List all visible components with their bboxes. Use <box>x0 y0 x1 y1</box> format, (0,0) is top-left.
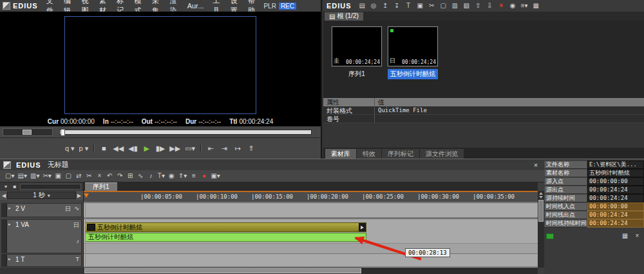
timeline-ruler[interactable]: |00:00:05:00|00:00:10:00|00:00:15:00|00:… <box>84 191 538 202</box>
paste-icon[interactable]: ▢ <box>64 171 73 181</box>
view-mode-icon[interactable]: ≡▾ <box>520 1 529 10</box>
position-handle[interactable] <box>61 129 65 136</box>
save-project-icon[interactable]: ▥▾ <box>29 171 41 181</box>
capture-icon[interactable]: ↥ <box>381 1 390 10</box>
redo-icon[interactable]: ↷ <box>115 171 125 181</box>
track-header-1va[interactable]: ▸ 1 VA 日 ♪ <box>1 219 82 253</box>
clip-thumbnail[interactable]: 日 00:00:24;24 <box>388 26 438 66</box>
sync-mode-icon[interactable]: ∿ <box>136 171 146 181</box>
track-header-1t[interactable]: ▸ 1 T T <box>1 254 82 267</box>
delete-icon[interactable]: × <box>497 1 506 10</box>
player-icon[interactable]: ▣ <box>415 1 425 10</box>
undo-icon[interactable]: ↶ <box>105 171 115 181</box>
title-tool-icon[interactable]: T <box>404 1 413 10</box>
delete-icon[interactable]: × <box>95 171 104 181</box>
bin-tab[interactable]: 源文件浏览 <box>420 149 464 159</box>
zoom-out-icon[interactable]: ◀ <box>2 193 6 199</box>
export-icon[interactable]: ⇑▾ <box>177 171 188 181</box>
va-audio-lane[interactable] <box>84 243 538 253</box>
scroll-down-icon[interactable] <box>539 196 543 199</box>
clip-out-handle[interactable] <box>359 223 366 231</box>
vertical-scrollbar-thumb[interactable] <box>538 200 544 222</box>
prev-frame-icon[interactable]: ◀▮ <box>127 142 139 154</box>
play-icon[interactable]: ▶ <box>141 142 153 154</box>
track-expand-icon[interactable]: ▸ <box>8 206 11 211</box>
timeline-clip-audio[interactable]: 五秒倒计时酷炫 <box>85 233 366 242</box>
dock-icon[interactable]: ▦ <box>620 231 630 240</box>
vertical-scrollbar[interactable] <box>538 191 544 268</box>
track-video-icon[interactable]: 日 <box>73 221 79 230</box>
goto-out-icon[interactable]: ⇥ <box>218 142 230 154</box>
track-expand-icon[interactable]: ▸ <box>8 222 11 227</box>
cut-icon[interactable]: ✂ <box>427 1 437 10</box>
close-icon[interactable]: × <box>531 161 541 169</box>
ripple-cut-icon[interactable]: ✂ <box>84 171 94 181</box>
timeline-clip-video[interactable]: 五秒倒计时酷炫 <box>85 222 366 232</box>
track-audio-icon[interactable]: ♪ <box>77 238 80 244</box>
stop-icon[interactable]: ■ <box>98 142 109 154</box>
timescale-select[interactable]: 1 秒 ▾ <box>7 191 76 199</box>
menu-item[interactable]: Aur... <box>183 2 209 10</box>
zoom-in-icon[interactable]: ▶ <box>77 193 81 199</box>
jog-slider-handle[interactable] <box>23 130 32 135</box>
search-icon[interactable]: ◎ <box>369 1 379 10</box>
plr-button[interactable]: PLR <box>261 3 278 10</box>
layout-icon[interactable]: ▣▾ <box>209 171 221 181</box>
batch-capture-icon[interactable]: ↧ <box>392 1 402 10</box>
paste-icon[interactable]: ▥ <box>450 1 460 10</box>
collapse-tracks-icon[interactable]: ▾ <box>2 183 10 190</box>
bin-tab[interactable]: 序列标记 <box>382 149 419 159</box>
copy-icon[interactable]: ▣ <box>53 171 63 181</box>
copy-icon[interactable]: ▢ <box>439 1 448 10</box>
jog-icon[interactable]: q ▾ <box>64 142 76 154</box>
replace-icon[interactable]: ⇄ <box>74 171 84 181</box>
track-video-icon[interactable]: T <box>76 256 80 262</box>
video-lane-2v[interactable] <box>84 203 538 217</box>
cut-icon[interactable]: ✂▾ <box>41 171 52 181</box>
close-icon[interactable]: × <box>632 231 642 240</box>
track-header-2v[interactable]: ▸ 2 V 日 ∿ <box>1 203 82 217</box>
open-project-icon[interactable]: ▤▾ <box>16 171 28 181</box>
bin-tab[interactable]: 特效 <box>357 149 381 159</box>
display-mode-icon[interactable]: ▭▾ <box>184 142 196 154</box>
playhead-line[interactable] <box>85 202 86 268</box>
next-frame-icon[interactable]: ▮▶ <box>155 142 167 154</box>
title-icon[interactable]: T▾ <box>156 171 166 181</box>
match-frame-icon[interactable]: ⊞ <box>126 171 135 181</box>
sequence-tab[interactable]: 序列1 <box>85 182 117 191</box>
playhead-marker[interactable] <box>84 193 89 198</box>
layout-icon[interactable]: ▦ <box>531 1 541 10</box>
track-audio-icon[interactable]: ∿ <box>74 205 79 211</box>
export-icon[interactable]: ⇩ <box>485 1 495 10</box>
goto-in-icon[interactable]: ⇤ <box>205 142 216 154</box>
duplicate-icon[interactable]: ▧ <box>462 1 471 10</box>
mixer-icon[interactable]: ≡ <box>189 171 198 181</box>
new-sequence-icon[interactable]: ▢▾ <box>4 171 15 181</box>
volume-icon[interactable]: ♪ <box>146 171 156 181</box>
shuttle-icon[interactable]: p ▾ <box>78 142 90 154</box>
track-patch-strip[interactable] <box>2 220 7 253</box>
track-patch-strip[interactable] <box>2 204 7 217</box>
rec-button[interactable]: REC <box>279 3 296 10</box>
horizontal-scrollbar[interactable] <box>84 268 538 274</box>
horizontal-scrollbar-thumb[interactable] <box>84 268 361 273</box>
new-folder-icon[interactable]: ▤ <box>357 1 367 10</box>
bin-tab[interactable]: 素材库 <box>325 149 356 159</box>
next-edit-point-icon[interactable]: ↦ <box>232 142 243 154</box>
scroll-up-icon[interactable] <box>539 192 543 195</box>
position-bar[interactable] <box>59 130 312 135</box>
rewind-icon[interactable]: ◀◀ <box>111 142 125 154</box>
title-lane-1t[interactable] <box>84 254 538 267</box>
bin-clip[interactable]: 日 00:00:24;24 五秒倒计时酷炫 <box>388 26 438 79</box>
clip-thumbnail[interactable]: 圭 00:00:24;24 <box>332 26 382 66</box>
timeline-tracks-area[interactable]: 五秒倒计时酷炫 五秒倒计时酷炫 <box>84 202 538 268</box>
import-icon[interactable]: ⇧ <box>473 1 483 10</box>
track-video-icon[interactable]: 日 <box>65 205 71 213</box>
track-expand-icon[interactable]: ▸ <box>8 257 11 262</box>
panel-toggle-icon[interactable]: ■ <box>11 183 19 190</box>
record-icon[interactable]: ● <box>199 171 209 181</box>
bin-clip[interactable]: 圭 00:00:24;24 序列1 <box>332 26 382 79</box>
jog-slider[interactable] <box>3 128 53 136</box>
export-icon[interactable]: ⇑ <box>245 142 257 154</box>
track-patch-strip[interactable] <box>2 255 7 266</box>
